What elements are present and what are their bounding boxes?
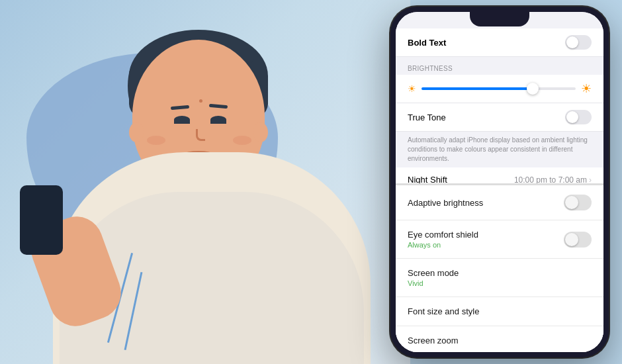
screen-mode-row[interactable]: Screen mode Vivid (396, 259, 603, 297)
font-size-row[interactable]: Font size and style (396, 297, 603, 326)
true-tone-description: Automatically adapt iPhone display based… (396, 132, 603, 167)
screen-mode-label: Screen mode (408, 268, 459, 278)
forehead-dot (199, 99, 202, 103)
screen-zoom-row[interactable]: Screen zoom (396, 326, 603, 352)
sun-large-icon: ☀ (581, 81, 592, 96)
screen-mode-sublabel: Vivid (408, 279, 459, 287)
nose (196, 129, 205, 141)
adaptive-brightness-text: Adaptive brightness (408, 198, 483, 208)
screen-zoom-text: Screen zoom (408, 336, 459, 345)
eye-left (174, 116, 190, 124)
bold-text-toggle[interactable] (565, 35, 592, 50)
blush-left (147, 136, 165, 145)
eye-comfort-text: Eye comfort shield Always on (408, 230, 478, 249)
true-tone-toggle[interactable] (565, 110, 592, 124)
eye-comfort-sublabel: Always on (408, 241, 478, 249)
phone-in-hand (20, 185, 63, 255)
blush-right (233, 136, 251, 145)
illustration-background (0, 0, 410, 364)
phone-outer-shell: Bold Text BRIGHTNESS ☀ ☀ True Tone (390, 7, 609, 357)
eye-comfort-label: Eye comfort shield (408, 230, 478, 240)
adaptive-brightness-toggle[interactable] (564, 195, 592, 210)
sun-small-icon: ☀ (408, 83, 416, 94)
android-display-settings: Adaptive brightness Eye comfort shield A… (396, 183, 603, 352)
adaptive-brightness-row[interactable]: Adaptive brightness (396, 185, 603, 220)
phone-mockup: Bold Text BRIGHTNESS ☀ ☀ True Tone (390, 7, 609, 357)
bold-text-row[interactable]: Bold Text (396, 28, 603, 57)
font-size-text: Font size and style (408, 306, 479, 316)
true-tone-label: True Tone (408, 113, 446, 122)
screen-mode-text: Screen mode Vivid (408, 268, 459, 287)
notch (470, 12, 529, 26)
ios-display-settings: Bold Text BRIGHTNESS ☀ ☀ True Tone (396, 12, 603, 194)
brightness-thumb[interactable] (527, 83, 539, 95)
font-size-label: Font size and style (408, 306, 479, 316)
bold-text-label: Bold Text (408, 38, 446, 48)
phone-screen: Bold Text BRIGHTNESS ☀ ☀ True Tone (396, 12, 603, 352)
adaptive-brightness-label: Adaptive brightness (408, 198, 483, 208)
ear-left (129, 122, 144, 142)
ear-right (253, 122, 268, 142)
screen-zoom-label: Screen zoom (408, 336, 459, 345)
eye-comfort-toggle[interactable] (564, 232, 592, 248)
brightness-fill (422, 87, 537, 90)
brightness-row: ☀ ☀ (396, 75, 603, 103)
true-tone-row[interactable]: True Tone (396, 103, 603, 132)
eye-comfort-shield-row[interactable]: Eye comfort shield Always on (396, 220, 603, 259)
brightness-section-header: BRIGHTNESS (396, 57, 603, 75)
eye-right (210, 116, 226, 124)
brightness-slider[interactable] (422, 87, 576, 90)
